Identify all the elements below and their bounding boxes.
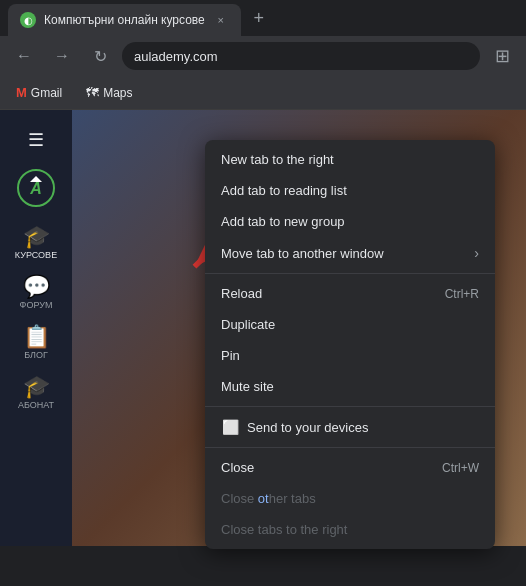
bookmark-maps[interactable]: 🗺 Maps [78,81,140,104]
active-tab[interactable]: ◐ Компютърни онлайн курсове × [8,4,241,36]
reload-shortcut: Ctrl+R [445,287,479,301]
address-bar-row: ← → ↻ ⊞ [0,36,526,76]
sidebar: ☰ A 🎓 КУРСОВЕ 💬 ФОРУМ 📋 БЛОГ 🎓 [0,110,72,546]
reload-label: Reload [221,286,262,301]
maps-label: Maps [103,86,132,100]
gmail-label: Gmail [31,86,62,100]
menu-item-mute-site[interactable]: Mute site [205,371,495,402]
subscribe-icon: 🎓 [23,376,50,398]
extensions-button[interactable]: ⊞ [486,40,518,72]
forum-label: ФОРУМ [20,300,53,310]
add-reading-list-label: Add tab to reading list [221,183,347,198]
mute-site-label: Mute site [221,379,274,394]
new-tab-button[interactable]: + [245,4,273,32]
tab-close-button[interactable]: × [213,12,229,28]
tab-title: Компютърни онлайн курсове [44,13,205,27]
svg-text:A: A [29,180,42,197]
courses-label: КУРСОВЕ [15,250,57,260]
close-shortcut: Ctrl+W [442,461,479,475]
back-button[interactable]: ← [8,40,40,72]
menu-item-new-tab-right[interactable]: New tab to the right [205,144,495,175]
subscribe-label: АБОНАТ [18,400,54,410]
new-tab-right-label: New tab to the right [221,152,334,167]
sidebar-item-courses[interactable]: 🎓 КУРСОВЕ [6,220,66,266]
gmail-icon: M [16,85,27,100]
menu-divider-2 [205,406,495,407]
menu-item-move-another-window[interactable]: Move tab to another window › [205,237,495,269]
add-new-group-label: Add tab to new group [221,214,345,229]
send-devices-icon: ⬜ [221,419,239,435]
forum-icon: 💬 [23,276,50,298]
hamburger-button[interactable]: ☰ [16,120,56,160]
send-devices-label: Send to your devices [247,420,368,435]
menu-item-reload[interactable]: Reload Ctrl+R [205,278,495,309]
menu-item-duplicate[interactable]: Duplicate [205,309,495,340]
bookmark-gmail[interactable]: M Gmail [8,81,70,104]
menu-item-close-right[interactable]: Close tabs to the right [205,514,495,545]
move-another-window-label: Move tab to another window [221,246,384,261]
blog-label: БЛОГ [24,350,48,360]
sidebar-item-forum[interactable]: 💬 ФОРУМ [6,270,66,316]
submenu-arrow-icon: › [474,245,479,261]
page-content: ☰ A 🎓 КУРСОВЕ 💬 ФОРУМ 📋 БЛОГ 🎓 [0,110,526,546]
svg-marker-2 [30,176,42,182]
forward-button[interactable]: → [46,40,78,72]
menu-item-close[interactable]: Close Ctrl+W [205,452,495,483]
menu-item-close-other[interactable]: Close other tabs [205,483,495,514]
close-right-label: Close tabs to the right [221,522,347,537]
logo-area: A [16,168,56,208]
address-input[interactable] [122,42,480,70]
menu-item-pin[interactable]: Pin [205,340,495,371]
courses-icon: 🎓 [23,226,50,248]
sidebar-item-blog[interactable]: 📋 БЛОГ [6,320,66,366]
close-other-highlight: ot [258,491,269,506]
maps-icon: 🗺 [86,85,99,100]
duplicate-label: Duplicate [221,317,275,332]
close-label: Close [221,460,254,475]
bookmarks-bar: M Gmail 🗺 Maps [0,76,526,110]
hamburger-icon: ☰ [28,129,44,151]
logo-icon: A [16,168,56,208]
menu-item-send-devices[interactable]: ⬜ Send to your devices [205,411,495,443]
tab-bar: ◐ Компютърни онлайн курсове × + [0,0,526,36]
close-other-label: Close other tabs [221,491,316,506]
tab-favicon: ◐ [20,12,36,28]
menu-divider-3 [205,447,495,448]
menu-divider-1 [205,273,495,274]
blog-icon: 📋 [23,326,50,348]
context-menu: New tab to the right Add tab to reading … [205,140,495,549]
menu-item-add-reading-list[interactable]: Add tab to reading list [205,175,495,206]
sidebar-item-subscribe[interactable]: 🎓 АБОНАТ [6,370,66,416]
reload-button[interactable]: ↻ [84,40,116,72]
pin-label: Pin [221,348,240,363]
menu-item-add-new-group[interactable]: Add tab to new group [205,206,495,237]
